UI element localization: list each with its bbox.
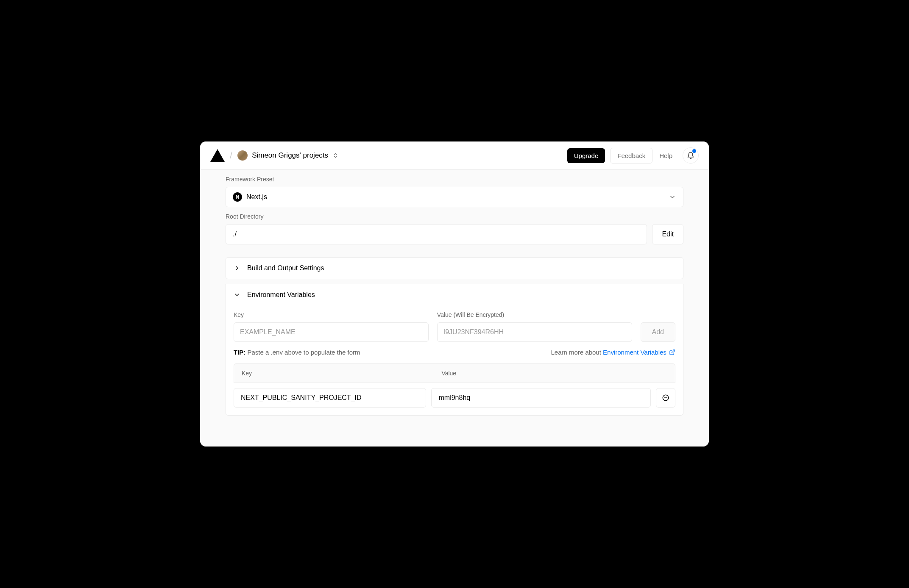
env-table-value-header: Value (441, 370, 667, 377)
project-switcher[interactable]: Simeon Griggs' projects (237, 150, 338, 161)
top-nav: / Simeon Griggs' projects Upgrade Feedba… (200, 141, 709, 170)
env-var-remove-button[interactable] (656, 388, 675, 408)
env-tip-label: TIP: (234, 349, 245, 356)
env-learn-prefix: Learn more about (551, 349, 603, 356)
minus-circle-icon (662, 394, 669, 402)
switcher-arrows-icon[interactable] (332, 153, 338, 158)
help-link[interactable]: Help (658, 152, 674, 159)
chevron-down-icon (669, 193, 676, 201)
env-var-key[interactable] (234, 388, 426, 408)
build-settings-section: Build and Output Settings (226, 257, 683, 279)
framework-selected-text: Next.js (246, 193, 664, 201)
env-var-value[interactable] (431, 388, 651, 408)
env-table-key-header: Key (242, 370, 433, 377)
main-content: Framework Preset N Next.js Root Director… (200, 170, 709, 447)
root-dir-label: Root Directory (226, 213, 683, 220)
env-tip-text: Paste a .env above to populate the form (245, 349, 360, 356)
external-link-icon (669, 349, 675, 355)
env-learn-link[interactable]: Environment Variables (603, 349, 675, 356)
env-tip: TIP: Paste a .env above to populate the … (234, 349, 360, 356)
env-variables-toggle[interactable]: Environment Variables (226, 284, 683, 305)
framework-label: Framework Preset (226, 176, 683, 183)
env-value-input[interactable] (437, 322, 632, 342)
env-key-label: Key (234, 311, 429, 318)
env-var-row (234, 388, 675, 408)
nextjs-icon: N (233, 192, 242, 202)
env-variables-title: Environment Variables (247, 291, 315, 299)
vercel-logo-icon[interactable] (210, 149, 225, 162)
build-settings-toggle[interactable]: Build and Output Settings (226, 258, 683, 279)
chevron-right-icon (234, 265, 240, 272)
app-window: / Simeon Griggs' projects Upgrade Feedba… (200, 141, 709, 447)
feedback-button[interactable]: Feedback (610, 148, 652, 164)
env-table-header: Key Value (234, 363, 675, 383)
env-add-button[interactable]: Add (641, 322, 675, 342)
avatar (237, 150, 248, 161)
root-dir-input[interactable]: ./ (226, 224, 647, 244)
breadcrumb-separator: / (230, 150, 232, 161)
build-settings-title: Build and Output Settings (247, 264, 324, 272)
upgrade-button[interactable]: Upgrade (567, 148, 605, 163)
project-name: Simeon Griggs' projects (252, 151, 328, 160)
notifications-button[interactable] (683, 147, 699, 164)
chevron-down-icon (234, 291, 240, 298)
env-key-input[interactable] (234, 322, 429, 342)
notification-dot-icon (692, 149, 696, 153)
env-learn-more: Learn more about Environment Variables (551, 349, 675, 356)
env-variables-section: Environment Variables Key Value (Will Be… (226, 284, 683, 416)
env-value-label: Value (Will Be Encrypted) (437, 311, 632, 318)
root-dir-edit-button[interactable]: Edit (652, 224, 683, 244)
framework-select[interactable]: N Next.js (226, 187, 683, 207)
